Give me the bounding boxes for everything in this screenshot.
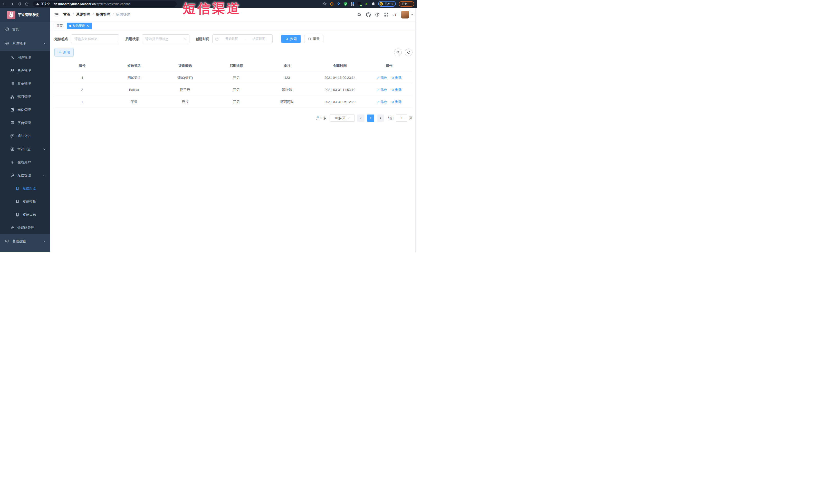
prev-page-button[interactable] bbox=[357, 114, 365, 122]
search-button[interactable]: 搜索 bbox=[281, 35, 301, 43]
home-icon[interactable] bbox=[25, 2, 29, 6]
edit-pencil-icon bbox=[377, 101, 380, 104]
sidebar-item-audit-log[interactable]: 审计日志 bbox=[0, 143, 50, 156]
active-tab-dot bbox=[69, 25, 71, 27]
sidebar-item-error-code[interactable]: 错误码管理 bbox=[0, 221, 50, 234]
profile-paused-badge[interactable]: 已暂停 bbox=[378, 1, 396, 7]
chevron-down-icon bbox=[43, 240, 46, 243]
bookmark-star-icon[interactable] bbox=[323, 2, 327, 6]
sidebar-item-menu-management[interactable]: 菜单管理 bbox=[0, 77, 50, 90]
tab-home[interactable]: 首页 bbox=[54, 23, 65, 29]
extension-green-check-icon[interactable] bbox=[344, 2, 348, 6]
extension-location-pin-icon[interactable] bbox=[336, 2, 341, 6]
browser-menu-dots-icon[interactable]: ⋮ bbox=[409, 3, 412, 5]
breadcrumb-home[interactable]: 首页 bbox=[63, 12, 70, 17]
address-bar[interactable]: 不安全 dashboard.yudao.iocoder.cn/system/sm… bbox=[33, 1, 177, 7]
sidebar-item-sms-channel[interactable]: 短信渠道 bbox=[0, 182, 50, 195]
edit-button[interactable]: 修改 bbox=[377, 100, 387, 104]
back-icon[interactable] bbox=[3, 2, 6, 6]
status-label: 启用状态 bbox=[125, 37, 139, 41]
delete-button[interactable]: 删除 bbox=[391, 75, 402, 80]
refresh-icon bbox=[308, 37, 311, 41]
sign-input[interactable] bbox=[71, 35, 119, 43]
help-icon[interactable] bbox=[375, 12, 380, 17]
browser-update-button[interactable]: 更新 ⋮ bbox=[399, 1, 414, 7]
trash-icon bbox=[391, 76, 394, 79]
breadcrumb-sms-management[interactable]: 短信管理 bbox=[96, 12, 110, 17]
tab-sms-channel[interactable]: 短信渠道 bbox=[67, 23, 92, 29]
dashboard-icon bbox=[5, 27, 9, 31]
sidebar-item-sms-log[interactable]: 短信日志 bbox=[0, 208, 50, 221]
page-content: 短信签名 启用状态 请选择启用状态 创建时间 开始日期 - 结束日期 bbox=[50, 30, 417, 252]
page-number-button[interactable]: 1 bbox=[367, 114, 374, 122]
sidebar-item-infrastructure[interactable]: 基础设施 bbox=[0, 234, 50, 248]
reload-icon[interactable] bbox=[18, 2, 21, 6]
header-created: 创建时间 bbox=[314, 60, 366, 72]
emoji-avatar-icon bbox=[379, 2, 383, 6]
extension-puzzle-icon[interactable] bbox=[371, 2, 375, 6]
sms-shield-icon bbox=[10, 173, 14, 177]
menu-list-icon bbox=[10, 82, 14, 86]
extension-on-badge-icon[interactable]: on bbox=[357, 2, 361, 6]
goto-page-input[interactable] bbox=[396, 114, 408, 122]
breadcrumb-separator: / bbox=[73, 13, 74, 17]
page-size-select[interactable]: 10条/页 bbox=[330, 114, 355, 122]
top-navbar: 首页 / 系统管理 / 短信管理 / 短信渠道 TT bbox=[50, 8, 417, 22]
sidebar-item-role-management[interactable]: 角色管理 bbox=[0, 64, 50, 77]
extension-grid-icon[interactable] bbox=[350, 2, 354, 6]
date-range-picker[interactable]: 开始日期 - 结束日期 bbox=[212, 35, 272, 43]
toggle-search-button[interactable] bbox=[394, 48, 402, 56]
sidebar-item-dict-management[interactable]: 字典管理 bbox=[0, 116, 50, 129]
forward-icon[interactable] bbox=[10, 2, 14, 6]
sidebar-item-sms-template[interactable]: 短信模板 bbox=[0, 195, 50, 208]
rabbit-logo-icon bbox=[7, 11, 16, 19]
sidebar-item-sms-management[interactable]: 短信管理 bbox=[0, 169, 50, 182]
navbar-actions: TT bbox=[357, 11, 413, 19]
github-icon[interactable] bbox=[366, 12, 371, 17]
monitor-icon bbox=[5, 239, 9, 243]
select-caret-down-icon bbox=[347, 116, 350, 119]
app-logo[interactable]: 芋道管理系统 bbox=[0, 8, 50, 22]
start-date-placeholder[interactable]: 开始日期 bbox=[221, 37, 243, 41]
sidebar-item-online-users[interactable]: 在线用户 bbox=[0, 156, 50, 169]
delete-button[interactable]: 删除 bbox=[391, 100, 402, 104]
close-tab-icon[interactable] bbox=[86, 24, 89, 27]
table-row: 2 Ballcat 阿里云 开启 啦啦啦 2021-03-31 11:53:10… bbox=[54, 84, 413, 96]
phone-icon bbox=[16, 199, 20, 204]
sidebar: 芋道管理系统 首页 系统管理 用户管理 角色管理 菜单管理 部门管理 bbox=[0, 8, 50, 252]
reset-button[interactable]: 重置 bbox=[304, 35, 324, 43]
extension-orange-ring-icon[interactable] bbox=[330, 2, 334, 6]
chevron-up-icon bbox=[43, 42, 46, 45]
sidebar-item-notice[interactable]: 通知公告 bbox=[0, 129, 50, 143]
trash-icon bbox=[391, 101, 394, 104]
sidebar-item-dept-management[interactable]: 部门管理 bbox=[0, 90, 50, 103]
edit-button[interactable]: 修改 bbox=[377, 75, 387, 80]
goto-label: 前往 bbox=[388, 116, 394, 120]
refresh-table-button[interactable] bbox=[405, 48, 413, 56]
code-icon bbox=[10, 226, 14, 230]
extension-leaf-icon[interactable] bbox=[364, 2, 368, 6]
font-size-icon[interactable]: TT bbox=[393, 13, 397, 17]
sidebar-item-post-management[interactable]: 岗位管理 bbox=[0, 103, 50, 116]
status-select[interactable]: 请选择启用状态 bbox=[142, 35, 190, 43]
add-button[interactable]: 新增 bbox=[54, 48, 74, 57]
sidebar-item-user-management[interactable]: 用户管理 bbox=[0, 51, 50, 64]
search-icon bbox=[285, 37, 288, 41]
search-icon[interactable] bbox=[357, 12, 362, 17]
user-avatar[interactable] bbox=[401, 11, 409, 19]
org-tree-icon bbox=[10, 95, 14, 99]
next-page-button[interactable] bbox=[377, 114, 384, 122]
breadcrumb-separator: / bbox=[93, 13, 94, 17]
fullscreen-icon[interactable] bbox=[384, 12, 389, 17]
avatar-caret-down-icon[interactable] bbox=[411, 14, 413, 16]
sidebar-item-home[interactable]: 首页 bbox=[0, 22, 50, 37]
edit-button[interactable]: 修改 bbox=[377, 88, 387, 92]
end-date-placeholder[interactable]: 结束日期 bbox=[248, 37, 270, 41]
delete-button[interactable]: 删除 bbox=[391, 88, 402, 92]
edit-pencil-icon bbox=[377, 88, 380, 91]
sidebar-collapse-icon[interactable] bbox=[54, 12, 59, 17]
sidebar-item-system-management[interactable]: 系统管理 bbox=[0, 37, 50, 51]
phone-icon bbox=[16, 213, 20, 217]
breadcrumb-system[interactable]: 系统管理 bbox=[76, 12, 90, 17]
window-scrollbar-track[interactable] bbox=[415, 8, 417, 252]
